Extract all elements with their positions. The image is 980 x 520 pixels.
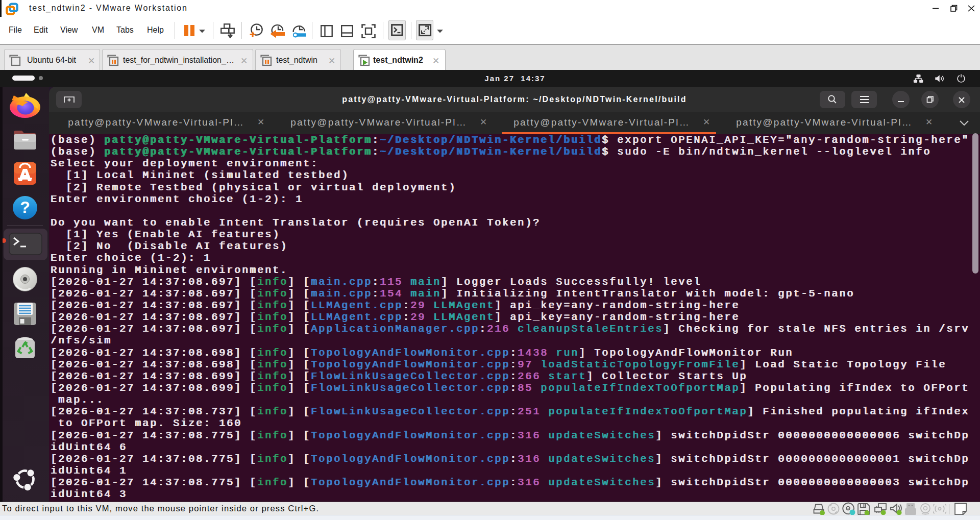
svg-text:?: ?: [20, 198, 30, 216]
